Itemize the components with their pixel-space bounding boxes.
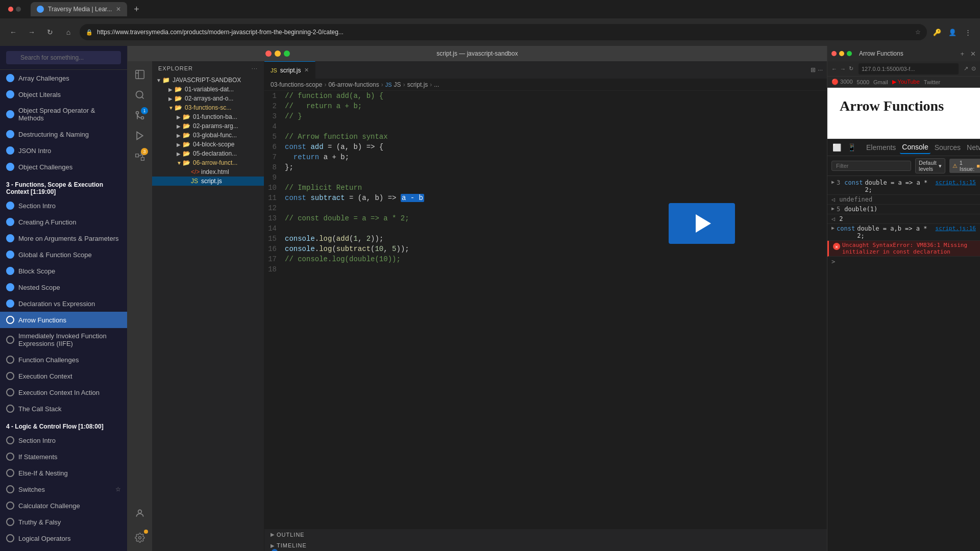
tl-yellow[interactable] (275, 51, 281, 57)
address-bar[interactable]: 🔒 https://www.traversymedia.com/products… (80, 24, 927, 40)
sidebar-item-s4-section-intro[interactable]: Section Intro (0, 432, 127, 448)
console-filter-input[interactable] (831, 161, 911, 171)
expand-icon[interactable]: ▶ (831, 179, 835, 185)
account-icon-btn[interactable] (131, 504, 149, 522)
sidebar-item-json-intro[interactable]: JSON Intro (0, 142, 127, 159)
sidebar-item-object-literals[interactable]: Object Literals (0, 86, 127, 103)
explorer-item-params[interactable]: ▶ 📂 02-params-arg... (152, 121, 264, 131)
devtools-action-2[interactable]: ⊙ (971, 65, 976, 72)
settings-icon-btn[interactable] (131, 529, 149, 547)
explorer-item-block[interactable]: ▶ 📂 04-block-scope (152, 140, 264, 149)
line-ref-15[interactable]: script.js:15 (936, 179, 976, 186)
sidebar-item-iife[interactable]: Immediately Invoked Function Expressions… (0, 328, 127, 352)
reload-btn[interactable]: ↻ (43, 25, 57, 39)
explorer-item-declaration[interactable]: ▶ 📂 05-declaration... (152, 149, 264, 158)
sidebar-item-arrow-functions[interactable]: Arrow Functions (0, 312, 127, 328)
sidebar-item-if-statements[interactable]: If Statements (0, 448, 127, 465)
debug-icon-btn[interactable] (131, 127, 149, 145)
explorer-item-index-html[interactable]: </> index.html (152, 167, 264, 177)
split-editor-icon[interactable]: ⊞ (811, 66, 816, 73)
explorer-root[interactable]: ▼ 📁 JAVASCRIPT-SANDBOX (152, 76, 264, 85)
bookmark-youtube[interactable]: ▶ YouTube (892, 79, 920, 85)
line-ref-16[interactable]: script.js:16 (936, 225, 976, 232)
devtools-add-tab-icon[interactable]: + (960, 50, 964, 58)
bookmark-gmail[interactable]: Gmail (873, 79, 888, 85)
explorer-menu-icon[interactable]: ··· (252, 65, 258, 71)
breadcrumb-2[interactable]: 06-arrow-functions (328, 81, 379, 88)
timeline-panel[interactable]: ▶ TIMELINE (264, 540, 827, 552)
devtools-nav-back[interactable]: ← (831, 66, 837, 72)
inspect-element-icon[interactable]: ⬜ (830, 141, 843, 154)
code-editor[interactable]: 1 // function add(a, b) { 2 // return a … (264, 91, 827, 529)
sidebar-item-destructuring[interactable]: Destructuring & Naming (0, 126, 127, 142)
outline-panel[interactable]: ▶ OUTLINE (264, 529, 827, 540)
sidebar-item-call-stack[interactable]: The Call Stack (0, 400, 127, 417)
explorer-item-arrow-funct[interactable]: ▼ 📂 06-arrow-funct... (152, 158, 264, 167)
editor-menu-icon[interactable]: ··· (818, 66, 823, 73)
source-control-icon-btn[interactable]: 1 (131, 106, 149, 124)
bookmark-3000[interactable]: 🔴 3000 (831, 79, 853, 85)
devtools-address-bar[interactable]: 127.0.0.1:5500/03-f... (859, 63, 959, 74)
sidebar-item-declaration-expression[interactable]: Declaration vs Expression (0, 295, 127, 312)
expand-icon[interactable]: ▶ (831, 225, 835, 231)
vscode-tab-script-js[interactable]: JS script.js ✕ (264, 61, 315, 79)
new-tab-btn[interactable]: + (129, 2, 143, 16)
extensions-icon[interactable]: 🔑 (931, 26, 943, 38)
console-prompt-line[interactable]: > (827, 257, 980, 267)
explorer-item-global-func[interactable]: ▶ 📂 03-global-func... (152, 131, 264, 140)
sidebar-item-object-spread[interactable]: Object Spread Operator & Methods (0, 103, 127, 126)
sidebar-item-else-if-nesting[interactable]: Else-If & Nesting (0, 465, 127, 481)
explorer-item-arrays[interactable]: ▶ 📂 02-arrays-and-o... (152, 94, 264, 103)
explorer-item-script-js[interactable]: JS script.js (152, 177, 264, 186)
explorer-item-func-ba[interactable]: ▶ 📂 01-function-ba... (152, 112, 264, 121)
extensions-icon-btn[interactable]: 3 (131, 147, 149, 165)
back-btn[interactable]: ← (6, 25, 20, 39)
expand-icon[interactable]: ▶ (831, 206, 835, 211)
devtools-nav-fwd[interactable]: → (840, 66, 846, 72)
sidebar-item-logical-operators[interactable]: Logical Operators (0, 530, 127, 546)
sidebar-item-more-arguments[interactable]: More on Arguments & Parameters (0, 230, 127, 246)
explorer-item-functions-sc[interactable]: ▼ 📂 03-functions-sc... (152, 103, 264, 112)
browser-tab-active[interactable]: Traversy Media | Lear... ✕ (31, 2, 127, 16)
dt-red[interactable] (831, 51, 837, 56)
home-btn[interactable]: ⌂ (61, 25, 76, 39)
tl-green[interactable] (284, 51, 290, 57)
explorer-icon-btn[interactable] (131, 65, 149, 84)
sidebar-item-object-challenges[interactable]: Object Challenges (0, 159, 127, 175)
device-toolbar-icon[interactable]: 📱 (845, 141, 858, 154)
tab-close-btn[interactable]: ✕ (116, 6, 121, 13)
sidebar-item-execution-context-action[interactable]: Execution Context In Action (0, 384, 127, 400)
sidebar-item-global-scope[interactable]: Global & Function Scope (0, 246, 127, 263)
sidebar-item-switches[interactable]: Switches ☆ (0, 481, 127, 497)
search-input[interactable] (6, 51, 121, 64)
forward-btn[interactable]: → (24, 25, 39, 39)
video-overlay[interactable] (669, 203, 735, 244)
sidebar-item-section-intro[interactable]: Section Intro (0, 197, 127, 214)
tab-close-icon[interactable]: ✕ (304, 67, 309, 73)
bookmark-twitter[interactable]: Twitter (924, 79, 940, 85)
devtools-action-1[interactable]: ↗ (964, 65, 968, 72)
sidebar-item-creating-function[interactable]: Creating A Function (0, 214, 127, 230)
dt-yellow[interactable] (839, 51, 844, 56)
explorer-item-variables[interactable]: ▶ 📂 01-variables-dat... (152, 85, 264, 94)
sidebar-item-truthy-falsy[interactable]: Truthy & Falsy (0, 514, 127, 530)
sidebar-item-block-scope[interactable]: Block Scope (0, 263, 127, 279)
search-icon-btn[interactable] (131, 86, 149, 104)
devtools-reload[interactable]: ↻ (849, 65, 853, 72)
tl-red[interactable] (265, 51, 272, 57)
sources-tab[interactable]: Sources (933, 141, 963, 154)
sidebar-item-calculator-challenge[interactable]: Calculator Challenge (0, 497, 127, 514)
dt-green[interactable] (847, 51, 852, 56)
elements-tab[interactable]: Elements (864, 141, 898, 154)
bookmark-5000[interactable]: 5000 (857, 79, 869, 85)
sidebar-item-function-challenges[interactable]: Function Challenges (0, 352, 127, 368)
profile-icon[interactable]: 👤 (946, 26, 959, 38)
breadcrumb-4[interactable]: script.js (407, 81, 428, 88)
menu-icon[interactable]: ⋮ (962, 26, 974, 38)
sidebar-item-execution-context[interactable]: Execution Context (0, 368, 127, 384)
breadcrumb-3[interactable]: JS (394, 81, 401, 88)
bookmark-icon[interactable]: ☆ (915, 29, 921, 36)
levels-dropdown[interactable]: Default levels ▾ (915, 158, 945, 173)
network-tab[interactable]: Network (965, 141, 980, 154)
breadcrumb-1[interactable]: 03-functions-scope (271, 81, 322, 88)
